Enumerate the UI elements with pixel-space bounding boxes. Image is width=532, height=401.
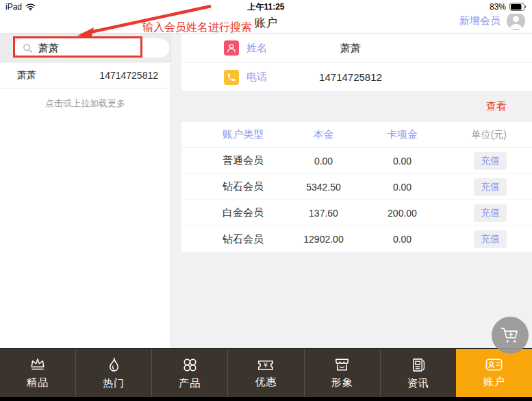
- card-amount-value: 0.00: [363, 182, 442, 193]
- phone-field-row: 电话 14714725812: [181, 62, 532, 91]
- unit-label: 单位(元): [442, 129, 507, 141]
- recharge-button[interactable]: 充值: [474, 152, 507, 170]
- battery-icon: [509, 3, 527, 11]
- svg-text:¥: ¥: [264, 361, 268, 369]
- member-info-card: 姓名 萧萧 电话 14714725812: [181, 34, 532, 91]
- nav-label: 产品: [179, 377, 201, 390]
- principal-value: 0.00: [284, 156, 363, 167]
- device-label: iPad: [5, 2, 22, 12]
- nav-item-news[interactable]: 资讯: [380, 349, 456, 397]
- nav-item-hot[interactable]: 热门: [75, 349, 151, 397]
- accounts-table: 账户类型 本金 卡项金 单位(元) 普通会员 0.00 0.00 充值 钻石会员…: [181, 122, 532, 252]
- principal-value: 137.60: [284, 208, 363, 219]
- news-icon: [410, 356, 426, 374]
- search-query-text: 萧萧: [38, 42, 59, 55]
- page-title: 账户: [0, 15, 532, 31]
- wifi-icon: [25, 3, 36, 11]
- nav-label: 资讯: [407, 377, 429, 390]
- phone-field-label: 电话: [246, 71, 267, 84]
- table-row: 普通会员 0.00 0.00 充值: [181, 148, 532, 174]
- principal-value: 5342.50: [284, 182, 363, 193]
- member-list-panel: 萧萧 萧萧 14714725812 点击或上拉加载更多: [0, 34, 171, 348]
- member-detail-panel: 姓名 萧萧 电话 14714725812 查看 账户类型 本金 卡项金: [181, 34, 532, 348]
- id-card-icon: [485, 357, 503, 372]
- bottom-black-strip: [0, 397, 532, 401]
- flame-icon: [106, 356, 122, 374]
- accounts-table-header: 账户类型 本金 卡项金 单位(元): [181, 122, 532, 148]
- recharge-button[interactable]: 充值: [474, 230, 507, 248]
- nav-item-boutique[interactable]: 精品: [0, 349, 75, 397]
- search-icon: [23, 43, 33, 53]
- card-amount-value: 200.00: [363, 208, 442, 219]
- name-field-label: 姓名: [246, 42, 267, 55]
- card-amount-value: 0.00: [363, 156, 442, 167]
- view-row: 查看: [181, 91, 532, 122]
- phone-field-value: 14714725812: [299, 71, 402, 83]
- nav-item-image[interactable]: 形象: [304, 349, 380, 397]
- crown-icon: [29, 356, 47, 373]
- clock: 上午11:25: [0, 1, 532, 13]
- nav-label: 精品: [27, 376, 49, 389]
- account-type: 普通会员: [202, 154, 284, 167]
- nav-label: 形象: [331, 376, 353, 389]
- cart-button[interactable]: [492, 317, 529, 354]
- app-screen: iPad 上午11:25 83% 账户 新增会员: [0, 0, 532, 401]
- table-row: 钻石会员 5342.50 0.00 充值: [181, 174, 532, 200]
- storefront-icon: [333, 356, 351, 373]
- member-name: 萧萧: [17, 69, 36, 82]
- account-type: 钻石会员: [202, 233, 284, 246]
- name-field-row: 姓名 萧萧: [181, 34, 532, 62]
- battery-percent: 83%: [490, 2, 506, 12]
- card-amount-value: 0.00: [363, 234, 442, 245]
- avatar[interactable]: [507, 12, 525, 30]
- nav-label: 热门: [103, 377, 125, 390]
- column-account-type: 账户类型: [202, 128, 284, 141]
- column-principal: 本金: [284, 128, 363, 141]
- bottom-nav: 精品 热门 产品 ¥ 优惠: [0, 348, 532, 397]
- load-more-button[interactable]: 点击或上拉加载更多: [0, 88, 170, 110]
- grid-circles-icon: [181, 356, 199, 374]
- coupon-icon: ¥: [256, 357, 275, 372]
- search-bar: 萧萧: [0, 34, 170, 62]
- nav-item-coupons[interactable]: ¥ 优惠: [227, 349, 303, 397]
- user-avatar-icon: [507, 12, 525, 30]
- nav-item-account[interactable]: 账户: [456, 349, 532, 397]
- phone-icon: [224, 70, 239, 85]
- cart-plus-icon: [499, 326, 521, 345]
- table-row: 钻石会员 12902.00 0.00 充值: [181, 226, 532, 252]
- recharge-button[interactable]: 充值: [474, 204, 507, 222]
- nav-item-products[interactable]: 产品: [151, 349, 227, 397]
- nav-label: 账户: [483, 376, 505, 389]
- add-member-button[interactable]: 新增会员: [459, 14, 501, 27]
- name-field-value: 萧萧: [299, 42, 402, 55]
- member-list-item[interactable]: 萧萧 14714725812: [0, 62, 170, 88]
- nav-label: 优惠: [255, 376, 277, 389]
- table-row: 白金会员 137.60 200.00 充值: [181, 200, 532, 226]
- account-type: 白金会员: [202, 206, 284, 219]
- status-bar: iPad 上午11:25 83%: [0, 0, 532, 14]
- member-phone: 14714725812: [99, 70, 158, 81]
- principal-value: 12902.00: [284, 234, 363, 245]
- recharge-button[interactable]: 充值: [474, 178, 507, 196]
- account-type: 钻石会员: [202, 180, 284, 193]
- column-card-amount: 卡项金: [363, 128, 442, 141]
- header: 账户 新增会员: [0, 14, 532, 34]
- person-icon: [224, 40, 239, 56]
- view-link[interactable]: 查看: [486, 100, 507, 113]
- search-input[interactable]: 萧萧: [14, 38, 169, 58]
